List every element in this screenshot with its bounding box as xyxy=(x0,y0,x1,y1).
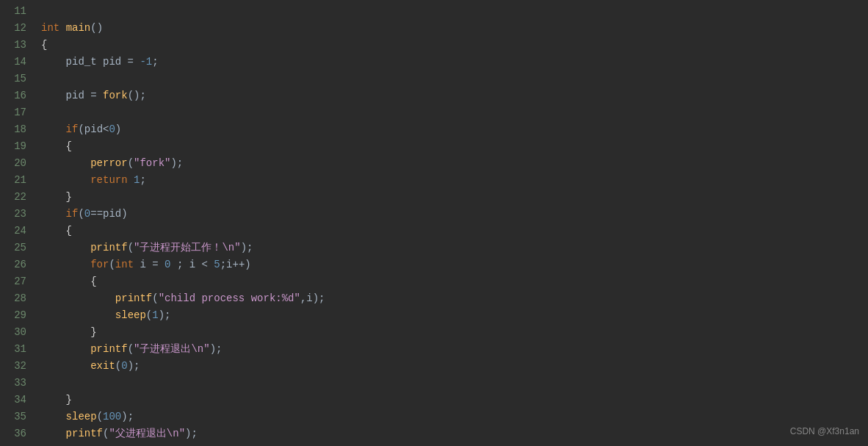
line-number: 18 xyxy=(6,121,26,138)
code-line: { xyxy=(41,138,868,155)
line-number: 33 xyxy=(6,375,26,392)
code-line xyxy=(41,375,868,392)
line-number: 30 xyxy=(6,324,26,341)
line-number: 13 xyxy=(6,37,26,54)
line-number: 26 xyxy=(6,256,26,273)
code-line: if(pid<0) xyxy=(41,121,868,138)
code-line: return 1; xyxy=(41,172,868,189)
code-editor: 1112131415161718192021222324252627282930… xyxy=(0,0,868,446)
line-number: 32 xyxy=(6,358,26,375)
line-number: 35 xyxy=(6,409,26,425)
code-line xyxy=(41,71,868,87)
code-line: printf("父进程退出\n"); xyxy=(41,425,868,442)
code-line: { xyxy=(41,273,868,290)
line-number: 22 xyxy=(6,189,26,206)
line-number: 37 xyxy=(6,442,26,446)
code-line: int main() xyxy=(41,20,868,37)
line-number: 23 xyxy=(6,206,26,223)
line-number: 14 xyxy=(6,54,26,71)
line-number: 34 xyxy=(6,392,26,409)
line-number: 17 xyxy=(6,104,26,121)
line-number: 31 xyxy=(6,341,26,358)
code-line xyxy=(41,3,868,20)
line-number: 12 xyxy=(6,20,26,37)
code-line: printf("子进程退出\n"); xyxy=(41,341,868,358)
code-line: pid = fork(); xyxy=(41,87,868,104)
line-number: 28 xyxy=(6,290,26,307)
line-number: 21 xyxy=(6,172,26,189)
code-line: if(0==pid) xyxy=(41,206,868,223)
line-number: 11 xyxy=(6,3,26,20)
line-number: 19 xyxy=(6,138,26,155)
code-line: } xyxy=(41,324,868,341)
code-line: exit(0); xyxy=(41,358,868,375)
line-number: 29 xyxy=(6,307,26,324)
line-number: 24 xyxy=(6,223,26,240)
line-number: 20 xyxy=(6,155,26,172)
code-line: return 0; xyxy=(41,442,868,446)
code-line: perror("fork"); xyxy=(41,155,868,172)
code-line: sleep(100); xyxy=(41,409,868,425)
code-line xyxy=(41,104,868,121)
code-line: printf("child process work:%d",i); xyxy=(41,290,868,307)
code-line: } xyxy=(41,189,868,206)
code-content: int main(){ pid_t pid = -1; pid = fork()… xyxy=(35,3,868,443)
code-line: printf("子进程开始工作！\n"); xyxy=(41,240,868,256)
code-line: for(int i = 0 ; i < 5;i++) xyxy=(41,256,868,273)
line-number: 16 xyxy=(6,87,26,104)
code-line: sleep(1); xyxy=(41,307,868,324)
line-number: 36 xyxy=(6,425,26,442)
line-number: 25 xyxy=(6,240,26,256)
code-line: pid_t pid = -1; xyxy=(41,54,868,71)
watermark: CSDN @Xf3n1an xyxy=(790,423,859,440)
line-number: 27 xyxy=(6,273,26,290)
line-number: 15 xyxy=(6,71,26,87)
code-line: { xyxy=(41,223,868,240)
line-number-gutter: 1112131415161718192021222324252627282930… xyxy=(0,3,35,443)
code-line: } xyxy=(41,392,868,409)
code-line: { xyxy=(41,37,868,54)
